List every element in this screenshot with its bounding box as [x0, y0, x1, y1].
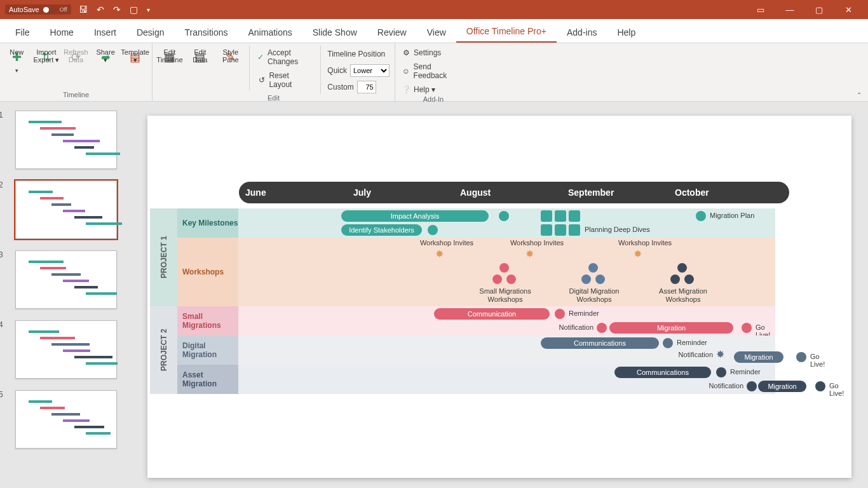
- slide-thumbnail-5[interactable]: [15, 390, 117, 449]
- task-bar[interactable]: Migration: [734, 351, 783, 363]
- gear-icon-marker[interactable]: ✸: [435, 249, 445, 259]
- task-bar[interactable]: Communications: [614, 367, 711, 378]
- present-icon[interactable]: ▢: [130, 4, 138, 15]
- undo-icon[interactable]: ↶: [97, 4, 104, 15]
- milestone-dot[interactable]: [428, 225, 438, 235]
- minimize-icon[interactable]: —: [775, 0, 804, 19]
- slide-thumbnail-2[interactable]: [15, 180, 117, 239]
- milestone-dot[interactable]: [815, 381, 825, 391]
- milestone-square[interactable]: [555, 224, 566, 236]
- milestone-dot[interactable]: [597, 323, 607, 333]
- qat-more-icon[interactable]: ▾: [147, 6, 150, 13]
- milestone-label: Migration Plan: [710, 212, 754, 219]
- milestone-square[interactable]: [541, 210, 552, 222]
- month-label: October: [675, 187, 709, 198]
- tab-add-ins[interactable]: Add-ins: [557, 22, 607, 43]
- swimlane-label: Digital Migration: [177, 336, 238, 365]
- toggle-icon: [43, 6, 57, 13]
- template-button[interactable]: ▤ Template▾: [123, 46, 147, 66]
- cluster-dot[interactable]: [595, 274, 605, 284]
- quick-select[interactable]: Lower: [350, 64, 390, 77]
- milestone-dot[interactable]: [742, 323, 752, 333]
- cluster-dot[interactable]: [677, 263, 687, 273]
- tab-design[interactable]: Design: [126, 22, 175, 43]
- milestone-dot[interactable]: [499, 211, 509, 221]
- milestone-dot[interactable]: [796, 352, 806, 362]
- ribbon-display-icon[interactable]: ▭: [746, 0, 775, 19]
- tab-review[interactable]: Review: [367, 22, 417, 43]
- slide-thumbnail-4[interactable]: [15, 320, 117, 379]
- autosave-toggle[interactable]: AutoSave Off: [5, 4, 71, 15]
- close-icon[interactable]: ✕: [834, 0, 863, 19]
- gear-icon-marker[interactable]: ✸: [526, 249, 536, 259]
- pos-label: Timeline Position: [327, 50, 385, 58]
- cluster-dot[interactable]: [670, 274, 680, 284]
- tab-office-timeline-pro-[interactable]: Office Timeline Pro+: [456, 21, 557, 43]
- tab-help[interactable]: Help: [607, 22, 646, 43]
- edit-data-button[interactable]: ▤ EditData: [188, 46, 212, 66]
- cluster-dot[interactable]: [684, 274, 694, 284]
- milestone-dot[interactable]: [696, 211, 706, 221]
- slide-thumbnail-1[interactable]: [15, 111, 117, 169]
- tab-home[interactable]: Home: [40, 22, 84, 43]
- settings-button[interactable]: ⚙Settings: [400, 47, 466, 58]
- group-addin: ⚙Settings ☺Send Feedback ❔Help ▾ Add-In: [395, 43, 471, 101]
- style-pane-button[interactable]: ✎ StylePane: [219, 46, 243, 66]
- milestone-square[interactable]: [555, 210, 566, 222]
- milestone-dot[interactable]: [663, 338, 673, 348]
- milestone-dot[interactable]: [555, 309, 565, 319]
- feedback-button[interactable]: ☺Send Feedback: [400, 61, 466, 81]
- slide-thumbnail-3[interactable]: [15, 250, 117, 309]
- reset-layout-button[interactable]: ↺Reset Layout: [256, 70, 315, 90]
- group-timeline: ✚ New ▾ ⇅ ImportExport ▾ ⟳ RefreshData ➦…: [0, 43, 153, 101]
- milestone-square[interactable]: [541, 224, 552, 236]
- thumb-number: 5: [0, 390, 3, 399]
- milestone-label: Go Live!: [829, 382, 844, 397]
- thumb-number: 2: [0, 180, 3, 189]
- slide-canvas-area[interactable]: JuneJulyAugustSeptemberOctober Key Miles…: [132, 102, 868, 488]
- thumbnail-panel[interactable]: 12345: [0, 102, 132, 488]
- slide[interactable]: JuneJulyAugustSeptemberOctober Key Miles…: [147, 116, 851, 478]
- help-button[interactable]: ❔Help ▾: [400, 84, 466, 95]
- milestone-dot[interactable]: [716, 367, 726, 377]
- import-label: ImportExport ▾: [33, 48, 59, 64]
- import-export-button[interactable]: ⇅ ImportExport ▾: [35, 46, 58, 66]
- milestone-square[interactable]: [569, 210, 580, 222]
- task-bar[interactable]: Migration: [609, 322, 733, 334]
- edit-timeline-button[interactable]: ▦ EditTimeline: [158, 46, 182, 66]
- tab-transitions[interactable]: Transitions: [175, 22, 238, 43]
- new-button[interactable]: ✚ New ▾: [5, 46, 29, 74]
- custom-input[interactable]: [357, 81, 376, 93]
- cluster-dot[interactable]: [492, 274, 502, 284]
- task-bar[interactable]: Impact Analysis: [341, 210, 489, 222]
- quick-access-toolbar: 🖫 ↶ ↷ ▢ ▾: [79, 4, 150, 15]
- tab-view[interactable]: View: [417, 22, 456, 43]
- task-bar[interactable]: Communications: [541, 337, 659, 349]
- share-button[interactable]: ➦ Share▾: [94, 46, 118, 66]
- group-label-timeline: Timeline: [5, 91, 147, 100]
- tab-insert[interactable]: Insert: [84, 22, 126, 43]
- cluster-dot[interactable]: [588, 263, 598, 273]
- milestone-square[interactable]: [569, 224, 580, 236]
- swimlane-label: Key Milestones: [177, 208, 238, 238]
- task-bar[interactable]: Identify Stakeholders: [341, 224, 422, 236]
- milestone-dot[interactable]: [747, 381, 757, 391]
- cluster-dot[interactable]: [506, 274, 516, 284]
- redo-icon[interactable]: ↷: [113, 4, 121, 15]
- cluster-dot[interactable]: [581, 274, 591, 284]
- task-bar[interactable]: Communication: [434, 308, 550, 320]
- save-icon[interactable]: 🖫: [79, 4, 88, 15]
- window-controls: ▭ — ▢ ✕: [746, 0, 863, 19]
- cluster-dot[interactable]: [499, 263, 509, 273]
- tab-file[interactable]: File: [5, 22, 40, 43]
- reset-icon: ↺: [257, 76, 266, 85]
- gear-icon-marker[interactable]: ✸: [634, 249, 644, 259]
- refresh-data-button[interactable]: ⟳ RefreshData: [64, 46, 88, 66]
- gear-icon-marker[interactable]: ✸: [716, 349, 726, 360]
- accept-changes-button[interactable]: ✓Accept Changes: [256, 47, 315, 67]
- task-bar[interactable]: Migration: [758, 381, 806, 392]
- maximize-icon[interactable]: ▢: [804, 0, 834, 19]
- tab-slide-show[interactable]: Slide Show: [302, 22, 367, 43]
- tab-animations[interactable]: Animations: [238, 22, 302, 43]
- collapse-ribbon-icon[interactable]: ⌃: [857, 92, 862, 98]
